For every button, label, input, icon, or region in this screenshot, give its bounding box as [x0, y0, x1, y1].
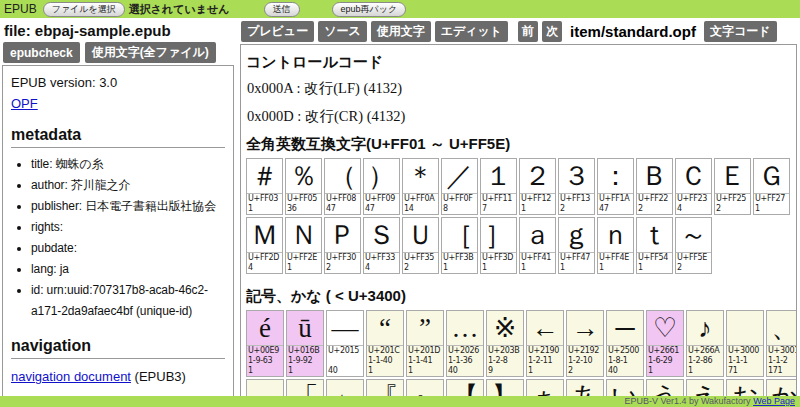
char-count: 2: [559, 204, 594, 214]
control-code-line: 0x000D : 改行(CR) (4132): [247, 107, 791, 126]
char-count: 1: [754, 204, 789, 214]
char-glyph: Ｇ: [754, 159, 789, 194]
char-glyph: …: [447, 311, 483, 346]
char-cell: ～ U+FF5E 2: [675, 217, 712, 274]
char-glyph: ＊: [403, 159, 438, 194]
char-count: 47: [325, 204, 360, 214]
metadata-item: title: 蜘蛛の糸: [31, 154, 231, 175]
char-count: 1: [520, 263, 555, 273]
footer-webpage-link[interactable]: Web Page: [753, 396, 795, 406]
char-cell: ← U+2190 1-2-11 1: [526, 310, 564, 377]
opf-link[interactable]: OPF: [11, 96, 38, 111]
char-count: 2: [715, 204, 750, 214]
char-count: 7: [481, 204, 516, 214]
char-cell: ｎ U+FF4E 1: [597, 217, 634, 274]
char-count: 1: [367, 366, 403, 376]
char-count: 171: [767, 366, 797, 376]
char-count: 1: [598, 263, 633, 273]
char-cell: Ｂ U+FF22 2: [636, 158, 673, 215]
char-codepoint: U+FF12: [520, 194, 555, 204]
char-cell: Ｇ U+FF27 1: [753, 158, 790, 215]
top-bar: EPUB ファイルを選択 選択されていません 送信 epub再パック: [0, 0, 800, 18]
used-chars-all-files-button[interactable]: 使用文字(全ファイル): [85, 42, 216, 63]
preview-tab-button[interactable]: プレビュー: [241, 21, 314, 42]
char-glyph: Ｅ: [715, 159, 750, 194]
metadata-item: pubdate:: [31, 238, 231, 259]
next-button[interactable]: 次: [542, 21, 562, 42]
char-cell: ） U+FF09 47: [363, 158, 400, 215]
char-count: 14: [403, 204, 438, 214]
epub-repack-button[interactable]: epub再パック: [332, 2, 407, 17]
file-select-status: 選択されていません: [129, 2, 230, 17]
char-count: 8: [442, 204, 477, 214]
left-panel: file: ebpaj-sample.epub epubcheck 使用文字(全…: [0, 18, 238, 399]
char-glyph: Ｕ: [403, 218, 438, 253]
char-glyph: ／: [442, 159, 477, 194]
char-cell: ♡ U+2661 1-6-29 1: [646, 310, 684, 377]
char-codepoint: U+FF03: [247, 194, 282, 204]
kana-section-heading: 記号、かな ( < U+3400): [246, 287, 791, 306]
prev-button[interactable]: 前: [518, 21, 538, 42]
char-cell: “ U+201C 1-1-40 1: [366, 310, 404, 377]
char-glyph: ─: [607, 311, 643, 346]
char-count: 1: [286, 263, 321, 273]
source-tab-button[interactable]: ソース: [318, 21, 367, 42]
char-count: 1: [407, 366, 443, 376]
char-cell: ］ U+FF3D 1: [480, 217, 517, 274]
char-codepoint: U+FF47: [559, 253, 594, 263]
char-cell: Ｎ U+FF2E 1: [285, 217, 322, 274]
char-count: 1: [527, 366, 563, 376]
char-codepoint: U+FF1A: [598, 194, 633, 204]
charcode-button[interactable]: 文字コード: [704, 21, 777, 42]
char-glyph: ←: [527, 311, 563, 346]
char-count: 1: [647, 366, 683, 376]
char-count: 2: [403, 263, 438, 273]
navigation-heading: navigation: [11, 337, 225, 359]
char-glyph: Ｃ: [676, 159, 711, 194]
char-codepoint: U+016B: [287, 346, 323, 356]
navigation-line: navigation document (EPUB3): [11, 369, 231, 384]
metadata-item: id: urn:uuid:707317b8-acab-46c2-a171-2da…: [31, 280, 231, 322]
char-cell: ─ U+2500 1-8-1 40: [606, 310, 644, 377]
char-codepoint: U+201C: [367, 346, 403, 356]
used-chars-tab-button[interactable]: 使用文字: [371, 21, 431, 42]
char-count: 40: [447, 366, 483, 376]
left-button-row: epubcheck 使用文字(全ファイル): [3, 42, 238, 63]
char-codepoint: U+266A: [687, 346, 723, 356]
file-select-button[interactable]: ファイルを選択: [43, 2, 125, 17]
char-glyph: （: [325, 159, 360, 194]
char-glyph: ｔ: [637, 218, 672, 253]
submit-button[interactable]: 送信: [264, 2, 300, 17]
char-count: 1: [637, 263, 672, 273]
char-codepoint: U+FF30: [325, 253, 360, 263]
fullwidth-char-row: ＃ U+FF03 1 ％ U+FF05 36 （ U+FF08 47 ） U+F…: [246, 158, 791, 215]
metadata-list: title: 蜘蛛の糸 author: 芥川龍之介 publisher: 日本電…: [11, 154, 231, 322]
char-codepoint: U+FF08: [325, 194, 360, 204]
char-count: 2: [676, 263, 711, 273]
navigation-document-link[interactable]: navigation document: [11, 369, 131, 384]
char-kuten: 1-1-41: [407, 356, 443, 366]
metadata-item: publisher: 日本電子書籍出版社協会: [31, 196, 231, 217]
char-count: 1: [247, 204, 282, 214]
char-glyph: ２: [520, 159, 555, 194]
char-glyph: ３: [559, 159, 594, 194]
char-kuten: 1-8-1: [607, 356, 643, 366]
char-codepoint: U+3000: [727, 346, 763, 356]
edit-tab-button[interactable]: エディット: [435, 21, 508, 42]
char-glyph: [727, 311, 763, 346]
char-codepoint: U+FF35: [403, 253, 438, 263]
char-count: 4: [364, 263, 399, 273]
char-kuten: 1-1-36: [447, 356, 483, 366]
char-kuten: 1-1-40: [367, 356, 403, 366]
char-codepoint: U+3001: [767, 346, 797, 356]
char-cell: Ｅ U+FF25 2: [714, 158, 751, 215]
character-report-panel: コントロールコード 0x000A : 改行(LF) (4132) 0x000D …: [240, 44, 797, 399]
epub-version-label: EPUB version: 3.0: [11, 75, 231, 90]
epubcheck-button[interactable]: epubcheck: [3, 42, 80, 63]
char-glyph: ｇ: [559, 218, 594, 253]
char-cell: ： U+FF1A 47: [597, 158, 634, 215]
char-cell: （ U+FF08 47: [324, 158, 361, 215]
char-glyph: Ｓ: [364, 218, 399, 253]
char-codepoint: U+FF4E: [598, 253, 633, 263]
char-cell: ３ U+FF13 2: [558, 158, 595, 215]
